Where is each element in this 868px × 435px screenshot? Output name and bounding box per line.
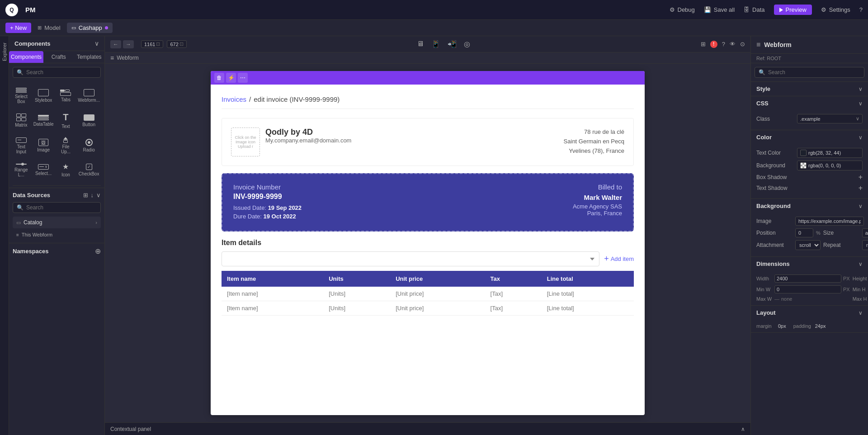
ns-header: Namespaces ⊕	[13, 247, 101, 255]
data-btn[interactable]: 🗄 Data	[744, 6, 764, 13]
rp-size-input[interactable]	[862, 228, 868, 237]
explorer-tab[interactable]: Explorer	[2, 40, 7, 64]
comp-radio[interactable]: Radio	[77, 134, 101, 157]
rp-dimensions-header[interactable]: Dimensions ∨	[751, 257, 868, 271]
rp-attach-repeat-row: Attachment scroll Repeat repeat	[756, 240, 863, 250]
cell-tax-2: [Tax]	[485, 301, 542, 316]
rp-minw-label: Min W	[756, 287, 773, 292]
table-row: [Item name] [Units] [Unit price] [Tax] […	[222, 287, 634, 301]
element-toolbar-bolt[interactable]: ⚡	[226, 73, 236, 83]
eye-btn[interactable]: 👁	[730, 41, 736, 48]
comp-text[interactable]: T Text	[57, 109, 75, 132]
comp-checkbox-icon: ✓	[86, 164, 92, 170]
rp-text-shadow-add[interactable]: +	[859, 184, 863, 192]
comp-button[interactable]: Button	[77, 109, 101, 132]
help-btn[interactable]: ?	[859, 6, 863, 13]
comp-button-icon	[84, 114, 94, 121]
model-tab[interactable]: ⊞ Model	[33, 23, 65, 33]
comp-select[interactable]: ∨ Select...	[33, 160, 55, 180]
comp-select-box[interactable]: Select Box	[13, 85, 30, 107]
sidebar-close-btn[interactable]: ∨	[94, 40, 99, 47]
ds-search-wrap: 🔍	[13, 202, 101, 213]
rp-background-chevron: ∨	[859, 203, 863, 209]
item-select-dropdown[interactable]	[222, 251, 599, 266]
rp-repeat-select[interactable]: repeat	[862, 240, 868, 250]
rp-style-header[interactable]: Style ∨	[751, 82, 868, 96]
comp-fileupload[interactable]: File Up...	[57, 134, 75, 157]
tab-templates[interactable]: Templates	[74, 51, 104, 63]
rp-box-shadow-add[interactable]: +	[859, 173, 863, 181]
comp-text-input[interactable]: Text Input	[13, 134, 30, 157]
canvas-body[interactable]: 🗑 ⚡ ⋯ Invoices / edit invoice (INV-9999-…	[105, 64, 750, 422]
comp-select-label: Select...	[35, 171, 52, 176]
rp-position-input[interactable]	[795, 228, 813, 237]
rp-search-input[interactable]	[768, 69, 860, 76]
comp-icon[interactable]: ★ Icon	[57, 160, 75, 180]
save-all-btn[interactable]: 💾 Save all	[704, 6, 735, 13]
comp-image[interactable]: 🖼 Image	[33, 134, 55, 157]
back-button[interactable]: ←	[110, 40, 121, 48]
comp-stylebox[interactable]: Stylebox	[33, 85, 55, 107]
rp-bg-color-value[interactable]: rgba(0, 0, 0, 0)	[797, 161, 863, 170]
element-toolbar-more[interactable]: ⋯	[238, 73, 248, 83]
rp-attachment-select[interactable]: scroll	[795, 240, 821, 250]
rp-dimensions-chevron: ∨	[859, 261, 863, 267]
comp-datatable[interactable]: DataTable	[33, 109, 55, 132]
rp-background-header[interactable]: Background ∨	[751, 199, 868, 213]
ds-chevron-icon[interactable]: ∨	[96, 192, 101, 199]
preview-button[interactable]: Preview	[774, 5, 812, 15]
mobile-device-btn[interactable]: 📲	[446, 39, 458, 49]
forward-button[interactable]: →	[123, 40, 134, 48]
ds-grid-icon[interactable]: ⊞	[83, 192, 88, 199]
comp-webform[interactable]: Webform...	[77, 85, 101, 107]
grid-toggle-btn[interactable]: ⊞	[701, 41, 706, 48]
rp-style-title: Style	[756, 85, 770, 92]
comp-select-box-label: Select Box	[14, 94, 29, 104]
tab-crafts[interactable]: Crafts	[43, 51, 74, 63]
rp-layout-header[interactable]: Layout ∨	[751, 306, 868, 320]
contextual-panel-label: Contextual panel	[110, 426, 151, 432]
this-webform-item[interactable]: ≡ This Webform	[13, 230, 101, 239]
comp-tabs[interactable]: Tabs	[57, 85, 75, 107]
element-toolbar-delete[interactable]: 🗑	[214, 73, 224, 83]
add-item-button[interactable]: + Add item	[604, 254, 634, 264]
desktop-device-btn[interactable]: 🖥	[415, 39, 426, 49]
ds-add-icon[interactable]: ↓	[91, 192, 94, 199]
element-toolbar: 🗑 ⚡ ⋯	[211, 71, 645, 85]
rp-minw-input[interactable]	[774, 285, 841, 293]
comp-matrix[interactable]: Matrix	[13, 109, 30, 132]
comp-rangel[interactable]: Range L...	[13, 160, 30, 180]
rp-bg-color-row: Background rgba(0, 0, 0, 0)	[756, 161, 863, 170]
component-search-input[interactable]	[26, 69, 97, 76]
rp-bg-image-input[interactable]	[795, 217, 864, 226]
rp-class-value[interactable]: .example ∨	[797, 114, 863, 123]
play-icon	[779, 8, 783, 12]
settings2-btn[interactable]: ⊙	[740, 41, 745, 48]
canvas-device-btns: 🖥 📱 📲 ◎	[415, 39, 472, 49]
ds-search-input[interactable]	[26, 204, 97, 211]
rp-maxh-label: Max H	[853, 296, 868, 302]
new-tab-button[interactable]: + New	[5, 23, 31, 33]
rp-text-color-value[interactable]: rgb(28, 32, 44)	[797, 148, 863, 158]
tablet-device-btn[interactable]: 📱	[429, 39, 442, 49]
cashapp-tab[interactable]: ▭ Cashapp	[67, 23, 113, 33]
right-panel: ≡ Webform Ref: ROOT 🔍 Style ∨ CSS ∨	[750, 36, 868, 435]
invoices-link[interactable]: Invoices	[222, 95, 246, 103]
rp-css-header[interactable]: CSS ∨	[751, 96, 868, 110]
company-logo[interactable]: Click on the Image icon Upload r	[231, 128, 260, 156]
contextual-panel-chevron[interactable]: ∧	[741, 426, 745, 432]
settings-btn[interactable]: ⚙ Settings	[821, 6, 850, 13]
catalog-item[interactable]: ▭ Catalog ›	[13, 217, 101, 228]
topbar-right: ⚙ Debug 💾 Save all 🗄 Data Preview ⚙ Sett…	[670, 5, 863, 15]
tab-components[interactable]: Components	[9, 51, 43, 63]
cell-item-name: [Item name]	[222, 287, 323, 301]
debug-btn[interactable]: ⚙ Debug	[670, 6, 695, 13]
custom-device-btn[interactable]: ◎	[462, 39, 472, 49]
main-layout: Explorer Components ∨ Components Crafts …	[0, 36, 868, 435]
rp-color-header[interactable]: Color ∨	[751, 130, 868, 144]
rp-width-input[interactable]	[774, 274, 841, 283]
comp-checkbox[interactable]: ✓ CheckBox	[77, 160, 101, 180]
ns-add-icon[interactable]: ⊕	[95, 247, 101, 255]
question-btn[interactable]: ?	[722, 41, 725, 48]
invoice-header: Click on the Image icon Upload r Qodly b…	[222, 118, 634, 166]
